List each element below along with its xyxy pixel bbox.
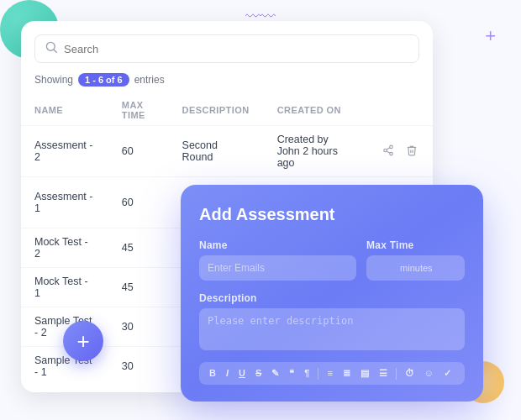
cell-maxtime: 30 bbox=[108, 307, 169, 347]
desc-input[interactable] bbox=[199, 308, 465, 350]
name-field-group: Name bbox=[199, 239, 356, 281]
name-label: Name bbox=[199, 239, 356, 251]
toolbar-bold-button[interactable]: B bbox=[206, 367, 219, 380]
add-assessment-modal: Add Assessment Name Max Time 60 minutes … bbox=[181, 185, 483, 402]
time-input-wrap: 60 minutes bbox=[366, 255, 465, 281]
svg-line-1 bbox=[54, 50, 56, 52]
maxtime-input[interactable]: 60 bbox=[366, 255, 400, 281]
cell-actions bbox=[367, 126, 433, 177]
col-maxtime: MAX TIME bbox=[108, 95, 169, 126]
toolbar-paragraph-button[interactable]: ¶ bbox=[301, 367, 313, 380]
cell-maxtime: 60 bbox=[108, 177, 169, 228]
cell-maxtime: 60 bbox=[108, 126, 169, 177]
col-name: NAME bbox=[21, 95, 108, 126]
toolbar-align-center-button[interactable]: ≣ bbox=[339, 367, 354, 380]
rich-text-toolbar: BIUS✎❝¶≡≣▤☰⏱☺✓ bbox=[199, 362, 465, 385]
svg-line-5 bbox=[387, 150, 390, 152]
toolbar-pen-button[interactable]: ✎ bbox=[268, 367, 282, 380]
toolbar-time-button[interactable]: ⏱ bbox=[402, 367, 418, 380]
svg-point-3 bbox=[384, 149, 387, 152]
cell-created: Created by John 2 hours ago bbox=[264, 126, 367, 177]
desc-section: Description bbox=[199, 292, 465, 362]
toolbar-align-right-button[interactable]: ▤ bbox=[357, 367, 372, 380]
cell-maxtime: 30 bbox=[108, 347, 169, 386]
cell-name: Assesment - 1 bbox=[21, 177, 108, 228]
toolbar-strikethrough-button[interactable]: S bbox=[252, 367, 265, 380]
cell-maxtime: 45 bbox=[108, 228, 169, 268]
toolbar-separator bbox=[318, 368, 318, 380]
delete-button[interactable] bbox=[404, 143, 419, 160]
svg-point-4 bbox=[390, 152, 393, 155]
showing-badge: 1 - 6 of 6 bbox=[78, 73, 129, 87]
toolbar-separator bbox=[396, 368, 397, 380]
modal-fields-row: Name Max Time 60 minutes bbox=[199, 239, 465, 281]
toolbar-check-button[interactable]: ✓ bbox=[440, 367, 455, 380]
time-suffix: minutes bbox=[400, 263, 439, 273]
desc-label: Description bbox=[199, 292, 465, 304]
cell-maxtime: 45 bbox=[108, 268, 169, 307]
svg-point-2 bbox=[390, 145, 393, 149]
svg-line-6 bbox=[387, 147, 390, 149]
share-button[interactable] bbox=[381, 143, 396, 160]
deco-plus-icon: + bbox=[485, 25, 496, 47]
toolbar-italic-button[interactable]: I bbox=[223, 367, 232, 380]
cell-description: Second Round bbox=[169, 126, 264, 177]
toolbar-emoji-button[interactable]: ☺ bbox=[421, 367, 437, 380]
name-input[interactable] bbox=[199, 255, 356, 281]
toolbar-quote-button[interactable]: ❝ bbox=[286, 367, 297, 380]
showing-entries: entries bbox=[134, 74, 165, 86]
search-icon bbox=[45, 41, 57, 56]
col-created: CREATED ON bbox=[264, 95, 433, 126]
search-bar bbox=[34, 34, 419, 63]
table-row: Assesment - 260Second RoundCreated by Jo… bbox=[21, 126, 433, 177]
maxtime-label: Max Time bbox=[366, 239, 465, 251]
col-description: DESCRIPTION bbox=[169, 95, 264, 126]
search-input[interactable] bbox=[64, 43, 408, 55]
toolbar-list-button[interactable]: ☰ bbox=[376, 367, 391, 380]
showing-label: Showing bbox=[34, 74, 73, 86]
toolbar-underline-button[interactable]: U bbox=[235, 367, 249, 380]
showing-row: Showing 1 - 6 of 6 entries bbox=[34, 73, 419, 87]
maxtime-field-group: Max Time 60 minutes bbox=[366, 239, 465, 281]
toolbar-align-left-button[interactable]: ≡ bbox=[324, 367, 335, 380]
table-header-row: NAME MAX TIME DESCRIPTION CREATED ON bbox=[21, 95, 433, 126]
modal-title: Add Assessment bbox=[199, 205, 465, 224]
cell-name: Assesment - 2 bbox=[21, 126, 108, 177]
add-assessment-fab[interactable]: + bbox=[63, 321, 103, 361]
cell-name: Mock Test - 1 bbox=[21, 268, 108, 307]
cell-name: Mock Test - 2 bbox=[21, 228, 108, 268]
